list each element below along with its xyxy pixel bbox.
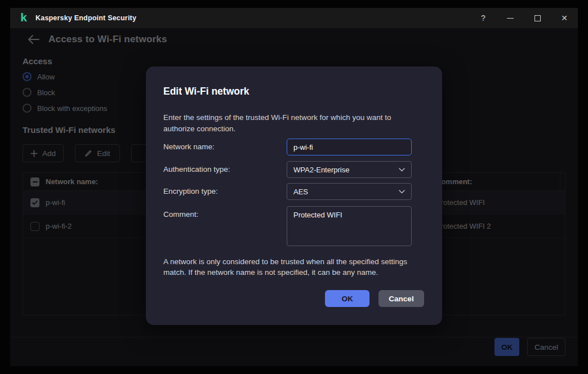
kaspersky-logo-icon: k [18, 12, 29, 24]
window-controls: ? ✕ [470, 8, 578, 28]
encryption-type-select[interactable]: AES [287, 183, 412, 200]
comment-label: Comment: [163, 210, 198, 219]
comment-textarea[interactable]: Protected WIFI [287, 206, 412, 246]
minimize-icon [507, 18, 514, 19]
encryption-type-label: Encryption type: [163, 187, 218, 195]
maximize-icon [534, 15, 541, 21]
maximize-button[interactable] [524, 8, 551, 28]
minimize-button[interactable] [497, 8, 524, 28]
dialog-description: Enter the settings of the trusted Wi-Fi … [163, 112, 421, 135]
chevron-down-icon [399, 168, 405, 172]
dialog-cancel-button[interactable]: Cancel [378, 290, 424, 307]
encryption-type-value: AES [293, 188, 308, 196]
dialog-note: A network is only considered to be trust… [163, 256, 425, 278]
authentication-type-value: WPA2-Enterprise [293, 166, 349, 174]
authentication-type-label: Authentication type: [163, 165, 230, 173]
network-name-input[interactable] [287, 139, 412, 155]
dialog-title: Edit Wi-Fi network [163, 86, 249, 97]
title-bar: k Kaspersky Endpoint Security ? ✕ [10, 8, 578, 28]
close-button[interactable]: ✕ [551, 8, 578, 28]
app-window: k Kaspersky Endpoint Security ? ✕ Access… [10, 8, 578, 366]
edit-wifi-dialog: Edit Wi-Fi network Enter the settings of… [146, 66, 442, 325]
network-name-label: Network name: [163, 143, 215, 151]
help-button[interactable]: ? [470, 8, 497, 28]
page-content: Access to Wi-Fi networks Access Allow Bl… [10, 28, 578, 366]
dialog-ok-button[interactable]: OK [325, 290, 369, 307]
authentication-type-select[interactable]: WPA2-Enterprise [287, 161, 412, 178]
app-title: Kaspersky Endpoint Security [35, 14, 136, 22]
chevron-down-icon [399, 190, 405, 194]
